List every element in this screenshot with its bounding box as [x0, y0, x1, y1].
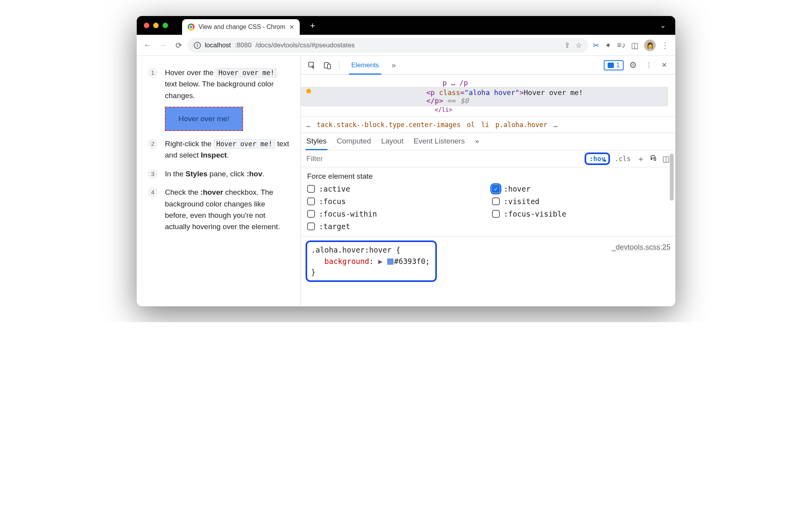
step-number: 1 [148, 68, 158, 78]
reading-list-icon[interactable]: ≡♪ [617, 41, 626, 50]
step-1: 1 Hover over the Hover over me! text bel… [148, 67, 290, 131]
selected-element[interactable]: <p class="aloha hover">Hover over me! </… [301, 87, 668, 106]
extensions-icon[interactable]: ✦ [605, 41, 612, 50]
svg-rect-2 [327, 64, 331, 69]
reload-button[interactable]: ⟳ [172, 39, 185, 52]
chrome-window: View and change CSS - Chrom ✕ ＋ ⌄ ← → ⟳ … [136, 16, 676, 307]
step-2: 2 Right-click the Hover over me! text an… [148, 138, 290, 161]
tab-layout[interactable]: Layout [381, 133, 403, 150]
checkbox-hover[interactable]: :hover [492, 185, 669, 193]
css-rule[interactable]: .aloha.hover:hover { background: ▶ #6393… [301, 237, 675, 286]
code-chip: Hover over me! [214, 139, 275, 149]
tab-computed[interactable]: Computed [337, 133, 371, 150]
styles-filter-input[interactable] [305, 154, 583, 163]
scrollbar[interactable] [670, 154, 674, 201]
close-window-button[interactable] [144, 23, 149, 28]
checkbox-focus-within[interactable]: :focus-within [307, 210, 484, 218]
page-content: 1 Hover over the Hover over me! text bel… [137, 56, 301, 306]
step-number: 4 [148, 187, 158, 197]
url-port: :8080 [235, 41, 252, 49]
dom-breadcrumb[interactable]: … tack.stack--block.type.center-images o… [301, 117, 675, 133]
force-state-title: Force element state [307, 172, 669, 181]
settings-icon[interactable]: ⚙ [627, 59, 639, 72]
crumb-overflow-left[interactable]: … [306, 121, 310, 129]
color-swatch[interactable] [387, 258, 393, 265]
close-devtools-icon[interactable]: ✕ [658, 59, 671, 72]
hover-demo-element[interactable]: Hover over me! [165, 107, 243, 131]
step-4: 4 Check the :hover checkbox. The backgro… [148, 187, 290, 233]
issues-button[interactable]: 1 [604, 60, 624, 70]
checkbox-focus[interactable]: :focus [307, 197, 484, 206]
profile-avatar[interactable]: 👩 [644, 39, 656, 51]
url-host: localhost [205, 41, 231, 49]
force-element-state: Force element state :active :hover :focu… [301, 167, 675, 237]
rule-source-link[interactable]: _devtools.scss:25 [612, 240, 671, 251]
new-tab-button[interactable]: ＋ [308, 20, 317, 31]
crumb-overflow-right[interactable]: … [554, 121, 558, 129]
devtools-toolbar: Elements » 1 ⚙ ⋮ ✕ [301, 56, 675, 75]
device-toggle-icon[interactable] [321, 59, 334, 72]
chrome-menu-icon[interactable]: ⋮ [661, 41, 669, 50]
maximize-window-button[interactable] [163, 23, 168, 28]
url-path: /docs/devtools/css/#pseudostates [256, 41, 355, 49]
tab-title: View and change CSS - Chrom [199, 23, 285, 30]
styles-filter-bar: :hov .cls ＋ ◫ [301, 150, 675, 167]
step-3: 3 In the Styles pane, click :hov. [148, 168, 290, 179]
tab-styles[interactable]: Styles [306, 133, 327, 150]
toggle-cls-button[interactable]: .cls [612, 155, 634, 163]
toggle-hov-button[interactable]: :hov [585, 152, 610, 165]
side-panel-icon[interactable]: ◫ [631, 41, 639, 50]
styles-tabs: Styles Computed Layout Event Listeners » [301, 133, 675, 150]
devtools-panel: Elements » 1 ⚙ ⋮ ✕ p … /p [301, 56, 675, 306]
tab-elements[interactable]: Elements [345, 56, 385, 75]
share-icon[interactable]: ⇪ [564, 41, 570, 50]
minimize-window-button[interactable] [153, 23, 159, 28]
paint-flash-icon[interactable] [648, 153, 659, 164]
expand-icon[interactable]: ▶ [378, 257, 383, 265]
highlighted-rule: .aloha.hover:hover { background: ▶ #6393… [306, 240, 437, 282]
tabs-dropdown-icon[interactable]: ⌄ [660, 21, 666, 30]
window-controls [144, 23, 168, 28]
titlebar: View and change CSS - Chrom ✕ ＋ ⌄ [137, 16, 675, 35]
issues-icon [608, 63, 614, 68]
scissors-icon[interactable]: ✂ [593, 41, 599, 50]
address-bar[interactable]: i localhost:8080/docs/devtools/css/#pseu… [188, 38, 588, 53]
force-state-indicator-icon [306, 89, 311, 93]
step-number: 2 [148, 139, 158, 149]
styles-overflow-icon[interactable]: » [475, 133, 479, 150]
checkbox-target[interactable]: :target [307, 222, 484, 231]
inspect-element-icon[interactable] [306, 59, 318, 72]
browser-toolbar: ← → ⟳ i localhost:8080/docs/devtools/css… [137, 35, 675, 56]
devtools-menu-icon[interactable]: ⋮ [642, 59, 655, 72]
back-button[interactable]: ← [141, 39, 154, 52]
new-style-rule-icon[interactable]: ＋ [635, 153, 646, 164]
browser-tab[interactable]: View and change CSS - Chrom ✕ [182, 19, 300, 35]
content-area: 1 Hover over the Hover over me! text bel… [137, 56, 675, 306]
code-chip: Hover over me! [216, 68, 277, 77]
checkbox-active[interactable]: :active [307, 185, 484, 193]
dom-tree[interactable]: p … /p <p class="aloha hover">Hover over… [301, 75, 675, 117]
close-tab-icon[interactable]: ✕ [289, 23, 294, 31]
tab-event-listeners[interactable]: Event Listeners [413, 133, 465, 150]
site-info-icon[interactable]: i [194, 42, 201, 49]
step-number: 3 [148, 169, 158, 179]
forward-button[interactable]: → [156, 39, 170, 52]
panels-overflow-icon[interactable]: » [388, 61, 399, 70]
checkbox-focus-visible[interactable]: :focus-visible [492, 210, 669, 218]
checkbox-visited[interactable]: :visited [492, 197, 669, 206]
bookmark-icon[interactable]: ☆ [576, 41, 582, 50]
chrome-icon [188, 23, 195, 30]
